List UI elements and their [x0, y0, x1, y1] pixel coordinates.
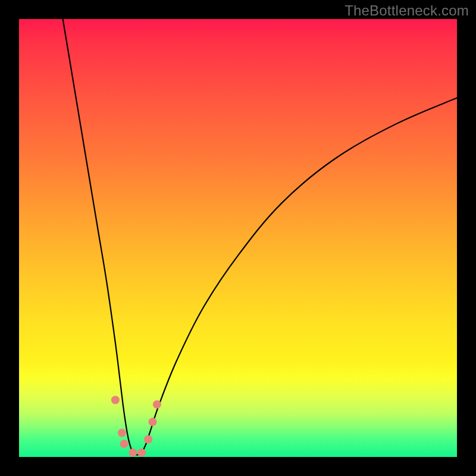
chart-frame: TheBottleneck.com — [0, 0, 476, 476]
bottleneck-curve — [63, 19, 457, 455]
data-marker — [129, 449, 137, 457]
watermark-text: TheBottleneck.com — [345, 2, 469, 19]
chart-svg — [19, 19, 457, 457]
data-marker — [144, 436, 152, 444]
data-marker — [137, 449, 146, 457]
data-marker — [120, 440, 129, 448]
data-marker — [148, 418, 156, 426]
marker-layer — [111, 396, 161, 456]
data-marker — [118, 429, 126, 437]
data-marker — [111, 396, 120, 404]
data-marker — [153, 400, 161, 409]
plot-area — [19, 19, 457, 457]
curve-layer — [63, 19, 457, 455]
